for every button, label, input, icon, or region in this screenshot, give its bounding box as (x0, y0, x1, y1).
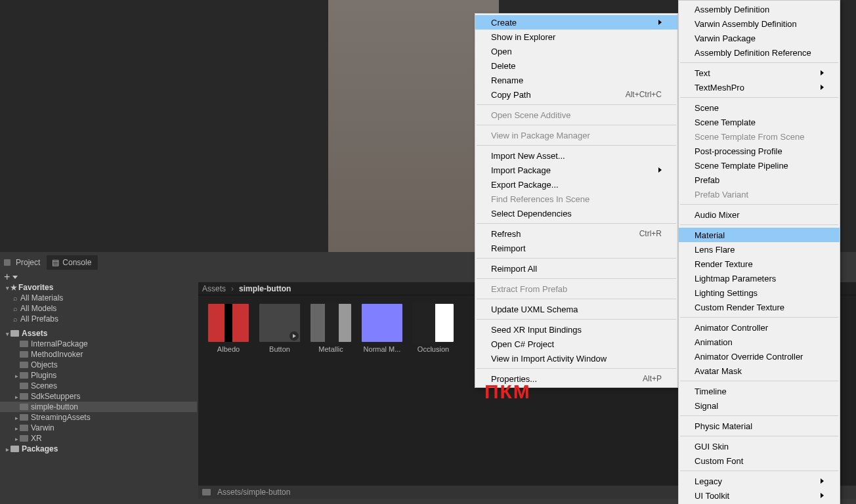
favorites-item[interactable]: ⌕All Materials (0, 293, 197, 303)
folder-icon (20, 414, 28, 421)
menu-item-delete[interactable]: Delete (475, 58, 677, 73)
add-button[interactable]: + (4, 271, 10, 283)
project-tree: ★ Favorites ⌕All Materials⌕All Models⌕Al… (0, 282, 197, 504)
menu-item-physic-material[interactable]: Physic Material (679, 419, 840, 433)
tab-label: Project (16, 258, 40, 267)
breadcrumb-root[interactable]: Assets (202, 284, 226, 293)
menu-item-animation[interactable]: Animation (679, 335, 840, 349)
menu-item-refresh[interactable]: RefreshCtrl+R (475, 226, 677, 241)
folder-item-streamingassets[interactable]: StreamingAssets (0, 412, 197, 423)
folder-item-methodinvoker[interactable]: MethodInvoker (0, 349, 197, 360)
menu-item-scene-template-pipeline[interactable]: Scene Template Pipeline (679, 158, 840, 173)
menu-item-label: Open Scene Additive (491, 110, 570, 120)
asset-button[interactable]: Button (259, 303, 301, 353)
menu-item-find-references-in-scene: Find References In Scene (475, 192, 677, 206)
menu-item-import-new-asset[interactable]: Import New Asset... (475, 148, 677, 163)
asset-thumbnail (207, 303, 249, 343)
menu-item-show-in-explorer[interactable]: Show in Explorer (475, 30, 677, 44)
panel-tabbar: Project ▤ Console (0, 255, 98, 270)
menu-item-lighting-settings[interactable]: Lighting Settings (679, 285, 840, 300)
menu-item-label: Extract From Prefab (491, 284, 567, 294)
menu-item-post-processing-profile[interactable]: Post-processing Profile (679, 144, 840, 158)
breadcrumb-current[interactable]: simple-button (239, 284, 291, 293)
menu-item-custom-font[interactable]: Custom Font (679, 453, 840, 468)
folder-item-scenes[interactable]: Scenes (0, 381, 197, 391)
menu-item-label: Custom Font (695, 456, 743, 466)
menu-item-label: Update UXML Schema (491, 304, 578, 314)
favorites-header[interactable]: ★ Favorites (0, 282, 197, 293)
chevron-right-icon (13, 434, 20, 443)
menu-item-legacy[interactable]: Legacy (679, 474, 840, 488)
menu-item-export-package[interactable]: Export Package... (475, 177, 677, 192)
menu-item-signal[interactable]: Signal (679, 398, 840, 413)
menu-item-varwin-package[interactable]: Varwin Package (679, 31, 840, 45)
menu-item-copy-path[interactable]: Copy PathAlt+Ctrl+C (475, 87, 677, 102)
menu-item-lens-flare[interactable]: Lens Flare (679, 242, 840, 257)
menu-item-textmeshpro[interactable]: TextMeshPro (679, 80, 840, 94)
folder-icon (20, 393, 28, 400)
favorites-item[interactable]: ⌕All Models (0, 303, 197, 314)
assets-root[interactable]: Assets (0, 328, 197, 339)
menu-item-seed-xr-input-bindings[interactable]: Seed XR Input Bindings (475, 322, 677, 337)
menu-item-text[interactable]: Text (679, 66, 840, 80)
menu-item-lightmap-parameters[interactable]: Lightmap Parameters (679, 271, 840, 285)
menu-item-scene-template[interactable]: Scene Template (679, 115, 840, 129)
folder-item-varwin[interactable]: Varwin (0, 423, 197, 433)
menu-item-view-in-import-activity-window[interactable]: View in Import Activity Window (475, 351, 677, 366)
asset-thumbnail (259, 303, 301, 343)
menu-item-material[interactable]: Material (679, 228, 840, 242)
asset-normalm[interactable]: Normal M... (361, 303, 403, 353)
packages-root[interactable]: Packages (0, 444, 197, 454)
menu-item-open-c-project[interactable]: Open C# Project (475, 337, 677, 351)
menu-item-update-uxml-schema[interactable]: Update UXML Schema (475, 302, 677, 316)
folder-item-internalpackage[interactable]: InternalPackage (0, 339, 197, 349)
menu-item-assembly-definition-reference[interactable]: Assembly Definition Reference (679, 45, 840, 60)
menu-item-animator-override-controller[interactable]: Animator Override Controller (679, 349, 840, 364)
favorites-item[interactable]: ⌕All Prefabs (0, 314, 197, 324)
folder-item-plugins[interactable]: Plugins (0, 370, 197, 381)
add-dropdown-icon[interactable] (12, 276, 18, 279)
menu-item-ui-toolkit[interactable]: UI Toolkit (679, 488, 840, 503)
menu-item-import-package[interactable]: Import Package (475, 163, 677, 177)
folder-icon (20, 383, 28, 389)
menu-separator (477, 223, 676, 224)
menu-separator (680, 381, 838, 381)
folder-item-simple-button[interactable]: simple-button (0, 402, 197, 412)
menu-item-custom-render-texture[interactable]: Custom Render Texture (679, 300, 840, 314)
menu-item-label: GUI Skin (695, 442, 729, 452)
menu-item-render-texture[interactable]: Render Texture (679, 257, 840, 271)
menu-item-reimport-all[interactable]: Reimport All (475, 261, 677, 276)
menu-item-label: Lighting Settings (695, 288, 758, 298)
menu-item-open[interactable]: Open (475, 44, 677, 58)
menu-item-reimport[interactable]: Reimport (475, 241, 677, 255)
menu-item-timeline[interactable]: Timeline (679, 384, 840, 398)
asset-occlusion[interactable]: Occlusion (412, 303, 454, 353)
folder-item-sdksetuppers[interactable]: SdkSetuppers (0, 391, 197, 402)
menu-item-prefab[interactable]: Prefab (679, 173, 840, 187)
asset-metallic[interactable]: Metallic (310, 303, 352, 353)
menu-item-avatar-mask[interactable]: Avatar Mask (679, 364, 840, 378)
tree-label: Varwin (31, 423, 54, 432)
menu-item-label: Post-processing Profile (695, 146, 782, 156)
menu-item-label: Varwin Assembly Definition (695, 19, 797, 29)
menu-shortcut: Alt+Ctrl+C (626, 90, 662, 99)
menu-item-gui-skin[interactable]: GUI Skin (679, 439, 840, 453)
menu-item-animator-controller[interactable]: Animator Controller (679, 320, 840, 335)
tab-project[interactable]: Project (0, 255, 47, 270)
menu-item-create[interactable]: Create (475, 15, 677, 30)
tab-console[interactable]: ▤ Console (47, 255, 98, 270)
menu-item-select-dependencies[interactable]: Select Dependencies (475, 206, 677, 220)
asset-albedo[interactable]: Albedo (207, 303, 249, 353)
menu-separator (477, 319, 676, 320)
folder-item-objects[interactable]: Objects (0, 360, 197, 370)
menu-item-varwin-assembly-definition[interactable]: Varwin Assembly Definition (679, 16, 840, 31)
tree-label: MethodInvoker (31, 350, 83, 359)
tree-label: SdkSetuppers (31, 392, 80, 401)
menu-item-assembly-definition[interactable]: Assembly Definition (679, 2, 840, 16)
menu-item-scene[interactable]: Scene (679, 100, 840, 115)
asset-label: Occlusion (417, 345, 449, 353)
menu-item-label: Varwin Package (695, 33, 756, 43)
menu-item-audio-mixer[interactable]: Audio Mixer (679, 207, 840, 222)
folder-item-xr[interactable]: XR (0, 433, 197, 444)
menu-item-rename[interactable]: Rename (475, 73, 677, 87)
